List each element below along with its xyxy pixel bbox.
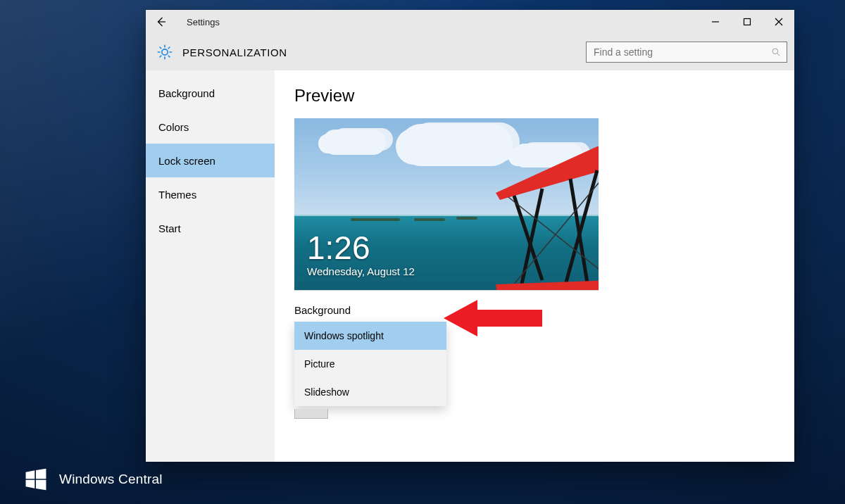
svg-point-14 [772, 49, 778, 54]
svg-marker-26 [36, 469, 46, 479]
dropdown-option-windows-spotlight[interactable]: Windows spotlight [294, 322, 446, 350]
option-label: Slideshow [304, 386, 349, 398]
svg-line-12 [168, 47, 170, 49]
svg-point-5 [162, 49, 168, 55]
sidebar-item-background[interactable]: Background [146, 76, 275, 110]
lock-screen-preview: 1:26 Wednesday, August 12 [294, 118, 599, 290]
sidebar-item-label: Colors [158, 121, 189, 133]
sidebar-item-colors[interactable]: Colors [146, 110, 275, 144]
search-field[interactable] [586, 42, 787, 63]
option-label: Picture [304, 358, 335, 370]
annotation-arrow-icon [444, 297, 542, 339]
preview-heading: Preview [294, 86, 775, 106]
svg-marker-23 [496, 280, 599, 290]
airplane-wing-graphic [472, 146, 599, 287]
sidebar: Background Colors Lock screen Themes Sta… [146, 70, 275, 462]
preview-clock-date: Wednesday, August 12 [307, 265, 415, 277]
background-field-label: Background [294, 304, 775, 316]
dropdown-option-picture[interactable]: Picture [294, 350, 446, 378]
sidebar-item-label: Lock screen [158, 155, 215, 167]
minimize-button[interactable] [699, 10, 731, 34]
watermark-text: Windows Central [59, 472, 163, 487]
maximize-icon [743, 18, 751, 26]
window-titlebar: Settings [146, 10, 794, 34]
maximize-button[interactable] [731, 10, 763, 34]
svg-line-10 [160, 47, 161, 49]
category-bar: PERSONALIZATION [146, 34, 794, 70]
svg-marker-28 [36, 480, 46, 490]
svg-line-13 [160, 56, 161, 57]
content-area: Background Colors Lock screen Themes Sta… [146, 70, 794, 462]
dropdown-option-slideshow[interactable]: Slideshow [294, 378, 446, 406]
option-label: Windows spotlight [304, 330, 384, 341]
close-button[interactable] [763, 10, 794, 34]
desktop-background: Settings [0, 0, 845, 504]
back-button[interactable] [146, 10, 177, 34]
search-icon [771, 47, 781, 57]
collapsed-select-peek [294, 409, 328, 419]
sidebar-item-label: Themes [158, 189, 196, 201]
sidebar-item-label: Start [158, 222, 181, 234]
settings-window: Settings [146, 10, 794, 462]
svg-marker-16 [496, 146, 599, 200]
sidebar-item-label: Background [158, 87, 215, 99]
back-arrow-icon [155, 15, 168, 28]
preview-clock-time: 1:26 [307, 232, 415, 264]
windows-central-logo-icon [24, 467, 48, 491]
svg-line-20 [565, 170, 597, 287]
svg-marker-27 [26, 480, 35, 489]
background-dropdown[interactable]: Windows spotlight Picture Slideshow [294, 322, 446, 406]
sidebar-item-themes[interactable]: Themes [146, 177, 275, 211]
minimize-icon [711, 18, 720, 26]
category-title: PERSONALIZATION [182, 46, 287, 58]
svg-rect-2 [744, 19, 750, 25]
svg-line-15 [777, 53, 780, 56]
gear-icon [157, 44, 173, 60]
main-panel: Preview [275, 70, 794, 462]
svg-line-11 [168, 56, 170, 57]
sidebar-item-lock-screen[interactable]: Lock screen [146, 144, 275, 177]
watermark: Windows Central [24, 467, 163, 491]
sidebar-item-start[interactable]: Start [146, 211, 275, 245]
svg-marker-25 [26, 470, 35, 479]
search-input[interactable] [592, 46, 771, 58]
window-title: Settings [187, 17, 220, 27]
close-icon [775, 18, 783, 26]
